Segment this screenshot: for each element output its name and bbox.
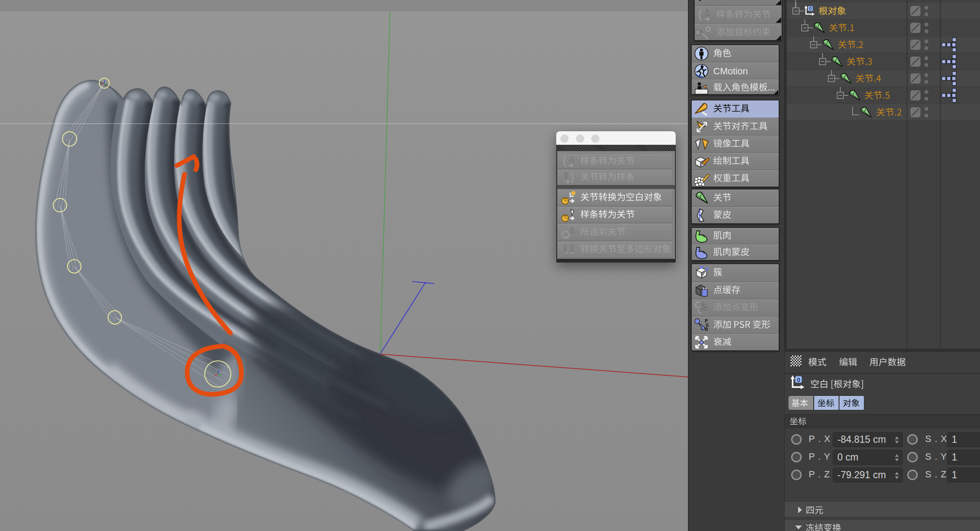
svg-text:0: 0 bbox=[797, 376, 800, 383]
svg-text:R: R bbox=[705, 327, 708, 332]
svg-text:0: 0 bbox=[809, 6, 812, 11]
